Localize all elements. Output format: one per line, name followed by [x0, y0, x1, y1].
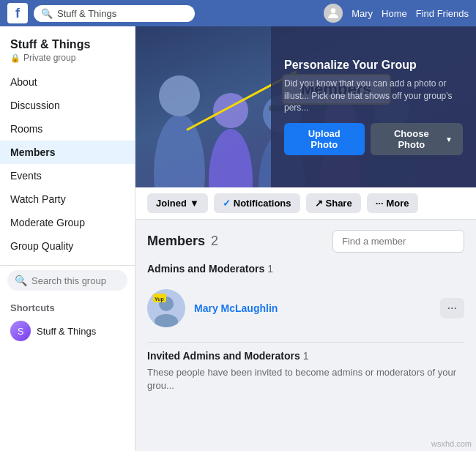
- sidebar: Stuff & Things 🔒 Private group About Dis…: [0, 26, 135, 451]
- sidebar-item-members[interactable]: Members: [0, 141, 135, 164]
- sidebar-item-watchparty[interactable]: Watch Party: [0, 187, 135, 211]
- member-options-button[interactable]: ···: [440, 298, 464, 318]
- top-nav-right: Mary Home Find Friends: [324, 4, 469, 23]
- joined-button[interactable]: Joined ▼: [147, 193, 208, 213]
- avatar: [324, 4, 343, 23]
- sidebar-item-about[interactable]: About: [0, 70, 135, 94]
- main-content: Members Personalize Your Group Did you k…: [135, 26, 476, 451]
- invited-desc: These people have been invited to become…: [147, 366, 464, 392]
- home-link[interactable]: Home: [382, 8, 407, 19]
- sidebar-item-quality[interactable]: Group Quality: [0, 234, 135, 258]
- shortcuts-label: Shortcuts: [0, 298, 135, 316]
- cta-title: Personalize Your Group: [284, 59, 463, 72]
- find-friends-link[interactable]: Find Friends: [416, 8, 469, 19]
- svg-point-3: [209, 129, 253, 187]
- search-group-input[interactable]: [31, 275, 120, 286]
- svg-point-0: [331, 8, 336, 13]
- find-member-input[interactable]: [332, 230, 464, 253]
- cover-cta: Personalize Your Group Did you know that…: [271, 26, 476, 187]
- members-header: Members 2: [147, 230, 464, 253]
- shortcut-name: Stuff & Things: [37, 326, 96, 337]
- chevron-down-icon: ▼: [190, 198, 199, 209]
- sidebar-divider: [0, 265, 135, 266]
- shortcut-icon: S: [10, 321, 31, 341]
- member-name[interactable]: Mary McLaughlin: [194, 302, 278, 314]
- cta-desc: Did you know that you can add a photo or…: [284, 78, 463, 114]
- chevron-down-icon: ▼: [445, 135, 453, 144]
- notifications-button[interactable]: ✓ Notifications: [214, 193, 300, 213]
- sidebar-item-moderate[interactable]: Moderate Group: [0, 211, 135, 234]
- top-nav-left: f 🔍: [7, 3, 195, 23]
- search-icon: 🔍: [41, 8, 53, 19]
- lock-icon: 🔒: [10, 53, 21, 63]
- invited-label: Invited Admins and Moderators 1: [147, 350, 464, 362]
- admins-label: Admins and Moderators 1: [147, 263, 464, 275]
- cover-buttons: Upload Photo Choose Photo ▼: [284, 123, 463, 155]
- action-bar: Joined ▼ ✓ Notifications ↗ Share ··· Mor…: [135, 187, 476, 220]
- upload-photo-button[interactable]: Upload Photo: [284, 123, 365, 155]
- check-icon: ✓: [223, 198, 231, 209]
- top-search-input[interactable]: [57, 8, 187, 19]
- more-icon: ···: [376, 198, 384, 209]
- sidebar-item-rooms[interactable]: Rooms: [0, 117, 135, 141]
- facebook-logo[interactable]: f: [7, 3, 28, 23]
- main-layout: Stuff & Things 🔒 Private group About Dis…: [0, 26, 476, 451]
- shortcut-stuff-things[interactable]: S Stuff & Things: [0, 316, 135, 346]
- svg-text:Yup: Yup: [155, 297, 164, 302]
- members-content: Members 2 Admins and Moderators 1: [135, 220, 476, 403]
- user-name: Mary: [352, 8, 373, 19]
- more-button[interactable]: ··· More: [367, 193, 418, 213]
- members-heading: Members 2: [147, 234, 218, 249]
- group-name: Stuff & Things: [0, 35, 135, 53]
- share-icon: ↗: [315, 198, 323, 209]
- member-card: Yup Mary McLaughlin ···: [147, 282, 464, 335]
- cover-area: Members Personalize Your Group Did you k…: [135, 26, 476, 187]
- search-group-icon: 🔍: [15, 275, 27, 286]
- svg-point-2: [159, 75, 200, 116]
- search-bar: 🔍: [34, 5, 195, 22]
- avatar: Yup: [147, 289, 185, 327]
- sidebar-item-discussion[interactable]: Discussion: [0, 94, 135, 117]
- sidebar-nav: About Discussion Rooms Members Events Wa…: [0, 70, 135, 258]
- share-button[interactable]: ↗ Share: [306, 193, 361, 213]
- section-divider: [147, 342, 464, 343]
- watermark: wsxhd.com: [431, 439, 472, 448]
- sidebar-item-events[interactable]: Events: [0, 164, 135, 187]
- choose-photo-button[interactable]: Choose Photo ▼: [371, 123, 463, 155]
- top-nav: f 🔍 Mary Home Find Friends: [0, 0, 476, 26]
- group-type: 🔒 Private group: [0, 53, 135, 70]
- group-search: 🔍: [7, 270, 127, 291]
